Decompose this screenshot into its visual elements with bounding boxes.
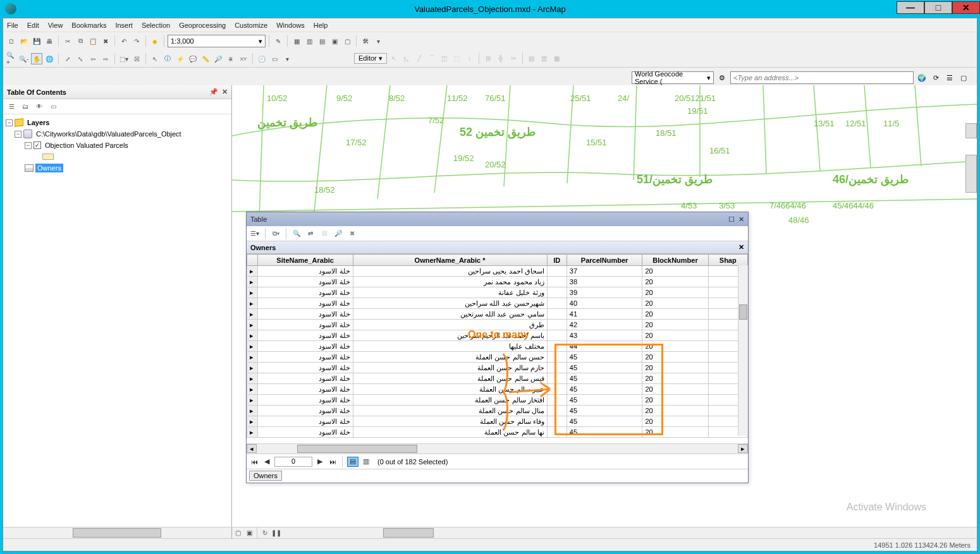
collapse-icon[interactable]: − xyxy=(15,131,21,138)
cell-site[interactable]: خلة الاسود xyxy=(257,309,353,320)
cell-block[interactable]: 20 xyxy=(642,309,708,320)
table-row[interactable]: ▸خلة الاسودعبير سالم حسن العملة4520 xyxy=(247,384,748,395)
menu-insert[interactable]: Insert xyxy=(115,21,133,29)
close-icon[interactable]: ✕ xyxy=(738,215,744,224)
identify-icon[interactable]: ⓘ xyxy=(162,53,173,64)
tree-datasource[interactable]: − C:\Cityworks\Data\gdb\ValuatedParcels_… xyxy=(6,128,229,140)
table-window-titlebar[interactable]: Table ☐ ✕ xyxy=(247,212,748,226)
scroll-left-icon[interactable]: ◂ xyxy=(247,444,257,453)
pointer-icon[interactable]: ↖ xyxy=(149,53,161,64)
row-selector[interactable]: ▸ xyxy=(247,384,258,395)
pause-icon[interactable]: ❚❚ xyxy=(271,527,282,539)
side-tab-1[interactable] xyxy=(965,123,977,138)
geocode-icon3[interactable]: ☰ xyxy=(944,72,955,83)
full-extent-icon[interactable]: 🌐 xyxy=(44,53,55,64)
toolbox-icon[interactable]: 🛠 xyxy=(360,35,371,47)
cell-owner[interactable]: نها سالم حسن العملة xyxy=(353,427,547,438)
list-by-source-icon[interactable]: 🗂 xyxy=(20,101,31,112)
clear-selection-icon[interactable]: ☒ xyxy=(131,53,142,64)
cell-parcel[interactable]: 38 xyxy=(567,277,642,287)
tool1-icon[interactable]: ▦ xyxy=(291,35,302,47)
col-id[interactable]: ID xyxy=(547,255,567,266)
edit-tool-icon[interactable]: ↖ xyxy=(388,52,400,64)
findroute-icon[interactable]: ⛯ xyxy=(225,53,236,64)
list-by-drawing-icon[interactable]: ☰ xyxy=(6,101,17,112)
tool5-icon[interactable]: ▢ xyxy=(341,35,353,47)
cell-id[interactable] xyxy=(547,330,567,341)
tool4-icon[interactable]: ▣ xyxy=(329,35,340,47)
scale-combo[interactable]: 1:3,000 ▾ xyxy=(168,35,266,47)
cell-site[interactable]: خلة الاسود xyxy=(257,373,353,384)
cell-site[interactable]: خلة الاسود xyxy=(257,330,353,341)
undo-icon[interactable]: ↶ xyxy=(118,35,130,47)
record-position[interactable]: 0 xyxy=(274,457,312,467)
next-extent-icon[interactable]: ⇨ xyxy=(100,53,111,64)
pin-icon[interactable]: 📌 xyxy=(209,88,218,96)
cell-site[interactable]: خلة الاسود xyxy=(257,320,353,330)
menu-selection[interactable]: Selection xyxy=(142,21,170,29)
print-icon[interactable]: 🖶 xyxy=(44,35,55,47)
cell-id[interactable] xyxy=(547,287,567,298)
table-row[interactable]: ▸خلة الاسودورثة خليل عفانة3920 xyxy=(247,287,748,298)
cell-block[interactable]: 20 xyxy=(642,320,708,330)
zoomin-icon[interactable]: 🔍+ xyxy=(6,53,17,64)
row-selector[interactable]: ▸ xyxy=(247,309,258,320)
show-selected-icon[interactable]: ▥ xyxy=(361,457,371,467)
redo-icon[interactable]: ↷ xyxy=(131,35,142,47)
cell-site[interactable]: خلة الاسود xyxy=(257,341,353,352)
row-selector[interactable]: ▸ xyxy=(247,373,258,384)
table-row[interactable]: ▸خلة الاسودباسم احمد عبد الرحيم سراحين43… xyxy=(247,330,748,341)
row-selector[interactable]: ▸ xyxy=(247,320,258,330)
cell-block[interactable]: 20 xyxy=(642,330,708,341)
cell-owner[interactable]: حسن سالم حسن العملة xyxy=(353,352,547,363)
tree-table[interactable]: Owners xyxy=(6,162,229,174)
scroll-thumb[interactable] xyxy=(383,528,434,538)
last-record-icon[interactable]: ⏭ xyxy=(328,457,338,467)
col-shape[interactable]: Shap xyxy=(708,255,747,266)
row-selector[interactable]: ▸ xyxy=(247,416,258,427)
new-icon[interactable]: 🗋 xyxy=(6,35,17,47)
cell-parcel[interactable]: 37 xyxy=(567,266,642,277)
row-selector[interactable]: ▸ xyxy=(247,330,258,341)
col-parcelnumber[interactable]: ParcelNumber xyxy=(567,255,642,266)
cell-site[interactable]: خلة الاسود xyxy=(257,395,353,406)
cell-owner[interactable]: باسم احمد عبد الرحيم سراحين xyxy=(353,330,547,341)
create-features-icon[interactable]: ▦ xyxy=(551,52,563,64)
show-all-icon[interactable]: ▤ xyxy=(347,457,358,467)
cell-owner[interactable]: طرق xyxy=(353,320,547,330)
close-icon[interactable]: ✕ xyxy=(222,88,228,96)
related-tables-icon[interactable]: ⧉▾ xyxy=(270,228,281,239)
row-selector[interactable]: ▸ xyxy=(247,352,258,363)
tab-owners[interactable]: Owners xyxy=(249,471,282,481)
table-row[interactable]: ▸خلة الاسودشهيرحسن عبد الله سراحين4020 xyxy=(247,298,748,309)
col-ownername[interactable]: OwnerName_Arabic * xyxy=(353,255,547,266)
fixed-zoomin-icon[interactable]: ⤢ xyxy=(62,53,73,64)
table-row[interactable]: ▸خلة الاسودافتخار سالم حسن العملة4520 xyxy=(247,395,748,406)
prev-record-icon[interactable]: ◀ xyxy=(262,457,272,467)
save-icon[interactable]: 💾 xyxy=(31,35,42,47)
edit9-icon[interactable]: ✂ xyxy=(508,52,519,64)
data-view-icon[interactable]: ▢ xyxy=(232,527,243,539)
cell-owner[interactable]: وفاء سالم حسن العملة xyxy=(353,416,547,427)
cell-owner[interactable]: قيس سالم حسن العملة xyxy=(353,373,547,384)
next-record-icon[interactable]: ▶ xyxy=(315,457,325,467)
table-row[interactable]: ▸خلة الاسودحازم سالم حسن العملة4520 xyxy=(247,363,748,373)
scroll-right-icon[interactable]: ▸ xyxy=(738,444,748,453)
editor-toolbar-icon[interactable]: ✎ xyxy=(273,35,284,47)
tree-layer[interactable]: − ✓ Objection Valuated Parcels xyxy=(6,140,229,151)
toc-hscroll[interactable] xyxy=(3,527,232,538)
menu-customize[interactable]: Customize xyxy=(235,21,267,29)
goto-xy-icon[interactable]: XY xyxy=(238,53,249,64)
data-grid[interactable]: SiteName_Arabic OwnerName_Arabic * ID Pa… xyxy=(247,254,748,438)
cell-owner[interactable]: اسحاق احمد يحيى سراحين xyxy=(353,266,547,277)
table-row[interactable]: ▸خلة الاسودسامي حسن عبد الله سرتحين4120 xyxy=(247,309,748,320)
cell-block[interactable]: 20 xyxy=(642,287,708,298)
cell-owner[interactable]: افتخار سالم حسن العملة xyxy=(353,395,547,406)
edit2-icon[interactable]: ╱ xyxy=(413,52,425,64)
edit5-icon[interactable]: ⬚ xyxy=(451,52,463,64)
first-record-icon[interactable]: ⏮ xyxy=(249,457,259,467)
horizontal-scrollbar[interactable]: ◂ ▸ xyxy=(247,443,748,454)
hyperlink-icon[interactable]: ⚡ xyxy=(175,53,186,64)
map-view[interactable]: 10/52 9/52 8/52 11/52 76/51 25/51 24/ 20… xyxy=(232,85,977,527)
table-row[interactable]: ▸خلة الاسوداسحاق احمد يحيى سراحين3720 xyxy=(247,266,748,277)
